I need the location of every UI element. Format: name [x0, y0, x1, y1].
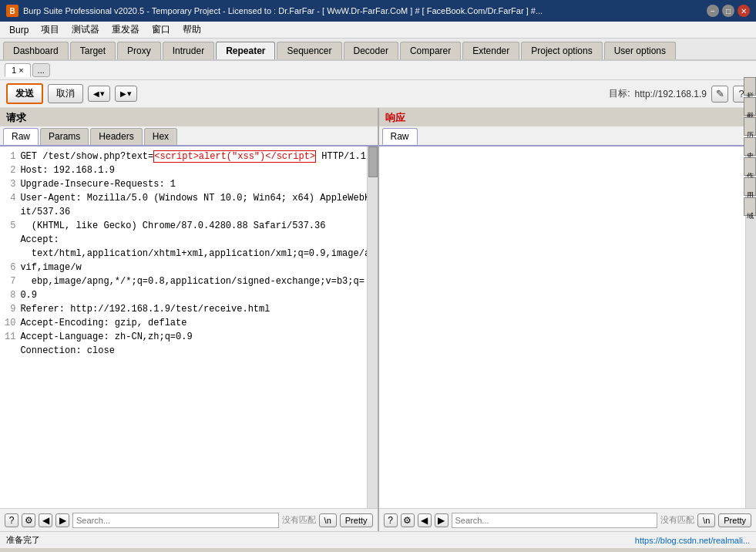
edge-btn-2[interactable]: 历: [744, 117, 756, 136]
request-scrollbar[interactable]: [367, 146, 378, 508]
response-pretty-btn[interactable]: Pretty: [718, 513, 751, 527]
response-bottom-bar: ? ⚙ ◀ ▶ 没有匹配 \n Pretty: [379, 508, 757, 531]
target-label: 目标:: [609, 87, 630, 100]
line-1-after: HTTP/1.1 Host: 192.168.1.9 Upgrade-Insec…: [20, 151, 370, 356]
target-url: http://192.168.1.9: [635, 89, 707, 99]
edge-btn-6[interactable]: 域: [744, 197, 756, 216]
send-button[interactable]: 发送: [6, 83, 43, 104]
request-tab-hex[interactable]: Hex: [144, 128, 177, 145]
cancel-button[interactable]: 取消: [48, 84, 83, 103]
request-panel: 请求 Raw Params Headers Hex 1234567891011 …: [0, 108, 379, 531]
menu-item-scanner[interactable]: 测试器: [66, 22, 106, 38]
request-section-label: 请求: [0, 108, 378, 126]
tab-intruder[interactable]: Intruder: [163, 42, 214, 59]
response-next-icon[interactable]: ▶: [435, 513, 449, 527]
tab-decoder[interactable]: Decoder: [344, 42, 398, 59]
request-code-area[interactable]: 1234567891011 GET /test/show.php?text=<s…: [0, 146, 378, 508]
response-panel: 响应 Raw ? ⚙ ◀ ▶ 没有匹配 \n Pretty: [379, 108, 757, 531]
response-inner-tabs: Raw: [379, 126, 757, 146]
nav-fwd-button[interactable]: ▶ ▾: [115, 86, 137, 102]
tab-project-options[interactable]: Project options: [521, 42, 602, 59]
tab-comparer[interactable]: Comparer: [400, 42, 461, 59]
line-numbers: 1234567891011: [3, 150, 20, 505]
menu-item-repeater-menu[interactable]: 重发器: [106, 22, 146, 38]
response-prev-icon[interactable]: ◀: [418, 513, 432, 527]
request-help-icon[interactable]: ?: [5, 513, 18, 527]
request-newline-btn[interactable]: \n: [319, 513, 337, 527]
request-prev-icon[interactable]: ◀: [39, 513, 52, 527]
tab-dashboard[interactable]: Dashboard: [3, 42, 69, 59]
right-edge-panel: 拦 截 历 史 作 用 域: [744, 77, 756, 216]
response-help-icon[interactable]: ?: [384, 513, 398, 527]
tab-repeater[interactable]: Repeater: [216, 42, 275, 59]
response-no-match: 没有匹配: [660, 514, 694, 526]
request-tab-raw[interactable]: Raw: [3, 128, 39, 145]
tab-user-options[interactable]: User options: [604, 42, 676, 59]
edit-target-button[interactable]: ✎: [711, 86, 728, 103]
response-tab-raw[interactable]: Raw: [382, 128, 418, 145]
edge-btn-3[interactable]: 史: [744, 137, 756, 156]
menu-bar: Burp 项目 测试器 重发器 窗口 帮助: [0, 22, 756, 39]
response-code-content: [382, 150, 754, 505]
request-tab-params[interactable]: Params: [40, 128, 89, 145]
request-pretty-btn[interactable]: Pretty: [340, 513, 373, 527]
toolbar: 发送 取消 ◀ ▾ ▶ ▾ 目标: http://192.168.1.9 ✎ ?: [0, 80, 756, 108]
status-text: 准备完了: [6, 534, 40, 546]
line-1-before: GET /test/show.php?text=: [20, 151, 153, 162]
tab-extender[interactable]: Extender: [462, 42, 519, 59]
minimize-button[interactable]: −: [707, 5, 719, 17]
nav-fwd-dropdown-icon: ▾: [127, 89, 132, 99]
tab-sequencer[interactable]: Sequencer: [277, 42, 341, 59]
menu-item-project[interactable]: 项目: [35, 22, 66, 38]
menu-item-burp[interactable]: Burp: [3, 23, 35, 37]
request-next-icon[interactable]: ▶: [55, 513, 69, 527]
maximize-button[interactable]: □: [722, 5, 734, 17]
request-code-content: GET /test/show.php?text=<script>alert("x…: [20, 150, 374, 505]
response-newline-btn[interactable]: \n: [697, 513, 715, 527]
nav-back-button[interactable]: ◀ ▾: [88, 86, 110, 102]
app-icon: B: [6, 5, 18, 17]
xss-highlight: <script>alert("xss")</script>: [153, 150, 316, 163]
close-button[interactable]: ✕: [738, 5, 750, 17]
menu-item-window[interactable]: 窗口: [146, 22, 176, 38]
request-tab-headers[interactable]: Headers: [90, 128, 142, 145]
title-bar: B Burp Suite Professional v2020.5 - Temp…: [0, 0, 756, 22]
request-no-match: 没有匹配: [282, 514, 316, 526]
status-bar: 准备完了 https://blog.csdn.net/realmali...: [0, 531, 756, 548]
nav-back-dropdown-icon: ▾: [100, 89, 105, 99]
window-title: Burp Suite Professional v2020.5 - Tempor…: [23, 6, 543, 15]
arrow-left-icon: ◀: [93, 89, 99, 98]
response-settings-icon[interactable]: ⚙: [401, 513, 415, 527]
status-link[interactable]: https://blog.csdn.net/realmali...: [635, 536, 750, 545]
edge-btn-4[interactable]: 作: [744, 157, 756, 176]
top-tab-bar: Dashboard Target Proxy Intruder Repeater…: [0, 39, 756, 61]
response-search-input[interactable]: [452, 513, 658, 528]
menu-item-help[interactable]: 帮助: [176, 22, 207, 38]
request-inner-tabs: Raw Params Headers Hex: [0, 126, 378, 146]
sub-tab-1[interactable]: 1 ×: [5, 63, 31, 77]
sub-tab-more[interactable]: ...: [32, 63, 50, 77]
sub-tab-bar: 1 × ...: [0, 61, 756, 80]
panels: 请求 Raw Params Headers Hex 1234567891011 …: [0, 108, 756, 531]
response-code-area[interactable]: [379, 146, 757, 508]
edge-btn-0[interactable]: 拦: [744, 77, 756, 96]
tab-target[interactable]: Target: [70, 42, 116, 59]
edge-btn-1[interactable]: 截: [744, 97, 756, 116]
request-search-input[interactable]: [72, 513, 279, 528]
edge-btn-5[interactable]: 用: [744, 177, 756, 196]
arrow-right-icon: ▶: [120, 89, 126, 98]
tab-proxy[interactable]: Proxy: [117, 42, 161, 59]
request-settings-icon[interactable]: ⚙: [22, 513, 35, 527]
response-section-label: 响应: [379, 108, 757, 126]
request-bottom-bar: ? ⚙ ◀ ▶ 没有匹配 \n Pretty: [0, 508, 378, 531]
